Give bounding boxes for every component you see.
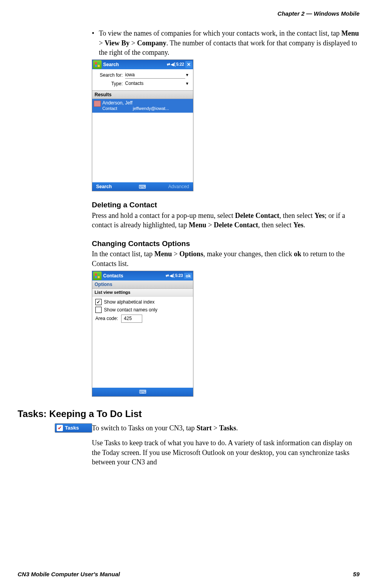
svg-rect-6 xyxy=(95,276,97,278)
type-value: Contacts xyxy=(125,80,185,87)
title-text: Search xyxy=(103,61,167,68)
bottom-bar: ⌨ xyxy=(92,388,193,396)
ok-button: ok xyxy=(184,273,192,279)
title-text: Contacts xyxy=(103,273,166,279)
start-icon xyxy=(93,60,102,69)
titlebar: Search ⇄ ◀ξ 5:22 ✕ xyxy=(92,60,193,69)
svg-rect-1 xyxy=(98,62,100,64)
checkbox-label: Show contact names only xyxy=(104,307,157,313)
close-icon: ✕ xyxy=(185,61,192,68)
results-header: Results xyxy=(92,90,193,99)
paragraph: To switch to Tasks on your CN3, tap Star… xyxy=(92,423,360,433)
volume-icon: ◀ξ xyxy=(170,273,174,279)
svg-rect-2 xyxy=(95,65,97,67)
result-detail: jeffwendy@iowat... xyxy=(133,106,169,111)
footer-left: CN3 Mobile Computer User's Manual xyxy=(18,570,120,578)
status-icons: ⇄ ◀ξ 5:22 xyxy=(167,62,184,67)
svg-rect-7 xyxy=(98,276,100,278)
text: > xyxy=(99,39,105,47)
page-number: 59 xyxy=(353,570,360,578)
result-name: Anderson, Jeff xyxy=(102,100,191,106)
svg-rect-0 xyxy=(95,62,97,64)
checkbox-row: Show contact names only xyxy=(95,307,190,313)
result-item: Anderson, Jeff Contact jeffwendy@iowat..… xyxy=(92,99,193,113)
svg-rect-4 xyxy=(95,273,97,275)
section-heading-tasks: Tasks: Keeping a To Do List xyxy=(18,408,360,420)
area-code-label: Area code: xyxy=(95,315,118,322)
search-input: iowa xyxy=(125,72,185,79)
tasks-app-icon: ✔ Tasks xyxy=(55,423,92,433)
checkbox-unchecked-icon xyxy=(95,307,102,313)
paragraph: In the contact list, tap Menu > Options,… xyxy=(92,249,360,268)
contacts-options-screenshot: Contacts ⇄ ◀ξ 5:23 ok Options List view … xyxy=(92,271,193,397)
keyboard-icon: ⌨ xyxy=(126,387,159,397)
subheading-deleting: Deleting a Contact xyxy=(92,200,360,210)
advanced-softkey: Advanced xyxy=(158,182,193,191)
search-screenshot: Search ⇄ ◀ξ 5:22 ✕ Search for: iowa ▼ Ty… xyxy=(92,59,193,191)
svg-rect-5 xyxy=(98,273,100,275)
type-label: Type: xyxy=(95,81,125,87)
search-for-label: Search for: xyxy=(95,72,125,78)
area-code-input: 425 xyxy=(121,315,142,322)
checkbox-checked-icon: ✓ xyxy=(95,299,102,305)
subheading-options: Changing Contacts Options xyxy=(92,239,360,249)
company-label: Company xyxy=(137,39,166,47)
search-softkey: Search xyxy=(92,182,127,191)
start-icon xyxy=(93,272,102,280)
tasks-check-icon: ✔ xyxy=(57,425,63,431)
svg-rect-3 xyxy=(98,65,100,67)
chevron-down-icon: ▼ xyxy=(185,72,190,78)
tasks-pill-label: Tasks xyxy=(65,424,79,432)
checkbox-label: Show alphabetical index xyxy=(104,299,154,305)
sync-icon: ⇄ xyxy=(167,62,170,67)
status-icons: ⇄ ◀ξ 5:23 xyxy=(166,273,183,279)
paragraph: Press and hold a contact for a pop-up me… xyxy=(92,211,360,230)
bullet-marker: • xyxy=(92,29,99,57)
menu-label: Menu xyxy=(342,29,359,37)
bottom-bar: Search ⌨ Advanced xyxy=(92,182,193,191)
running-header: Chapter 2 — Windows Mobile xyxy=(18,10,360,18)
volume-icon: ◀ξ xyxy=(171,62,175,67)
text: To view the names of companies for which… xyxy=(99,29,342,37)
contact-card-icon xyxy=(94,101,101,107)
keyboard-icon: ⌨ xyxy=(127,182,158,192)
clock-text: 5:23 xyxy=(175,273,183,279)
sync-icon: ⇄ xyxy=(166,273,169,279)
titlebar: Contacts ⇄ ◀ξ 5:23 ok xyxy=(92,271,193,281)
clock-text: 5:22 xyxy=(176,62,184,67)
options-tab: Options xyxy=(92,281,193,289)
bullet-item: • To view the names of companies for whi… xyxy=(92,29,360,57)
list-view-settings-label: List view settings xyxy=(92,289,193,297)
checkbox-row: ✓ Show alphabetical index xyxy=(95,299,190,305)
result-type: Contact xyxy=(102,106,133,111)
chevron-down-icon: ▼ xyxy=(185,81,190,86)
paragraph: Use Tasks to keep track of what you have… xyxy=(92,438,360,467)
text: > xyxy=(129,39,137,47)
viewby-label: View By xyxy=(105,39,130,47)
